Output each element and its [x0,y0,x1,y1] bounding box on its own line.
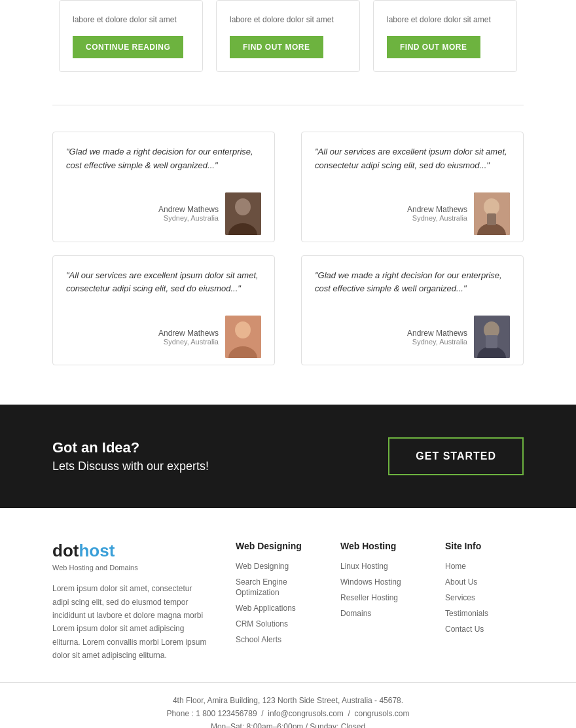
list-item: School Alerts [236,634,314,644]
testimonial-right-1-author: Andrew Mathews Sydney, Australia [315,192,510,235]
footer-link-contact-us[interactable]: Contact Us [445,625,484,634]
continue-reading-button[interactable]: CONTINUE READING [73,36,183,58]
cta-text: Got an Idea? Lets Discuss with our exper… [52,439,209,473]
testimonials-left-col: "Glad we made a right decision for our e… [52,132,275,365]
author-location-left-1: Sydney, Australia [158,214,219,222]
cta-heading: Got an Idea? [52,439,209,456]
footer-col-web-designing-links: Web Designing Search Engine Optimization… [236,560,314,644]
find-out-more-button-2[interactable]: FIND OUT MORE [387,36,480,58]
cards-section: labore et dolore dolor sit amet CONTINUE… [0,0,576,98]
footer-link-web-designing[interactable]: Web Designing [236,562,289,571]
find-out-more-button-1[interactable]: FIND OUT MORE [230,36,323,58]
list-item: Linux Hosting [340,560,419,571]
author-name-right-1: Andrew Mathews [407,205,467,214]
footer-col-web-designing-heading: Web Designing [236,541,314,551]
footer-link-services[interactable]: Services [445,593,475,602]
author-location-right-2: Sydney, Australia [407,338,467,346]
svg-rect-13 [486,335,497,348]
testimonial-right-2-text: "Glad we made a right decision for our e… [315,269,510,297]
testimonial-left-1-author: Andrew Mathews Sydney, Australia [66,192,261,235]
footer-link-linux-hosting[interactable]: Linux Hosting [340,562,388,571]
testimonial-left-1-text: "Glad we made a right decision for our e… [66,145,261,173]
footer-col-site-info-heading: Site Info [445,541,524,551]
footer-hours: Mon–Sat: 8:00am–6:00pm / Sunday: Closed [52,722,524,728]
list-item: Search Engine Optimization [236,576,314,597]
card-2-text: labore et dolore dolor sit amet [230,14,346,26]
footer-col-site-info-links: Home About Us Services Testimonials Cont… [445,560,524,634]
footer-bottom: 4th Floor, Amira Building, 123 North Sid… [0,682,576,728]
avatar-right-1 [474,192,510,235]
author-location-left-2: Sydney, Australia [158,338,219,346]
author-location-right-1: Sydney, Australia [407,214,467,222]
list-item: Services [445,592,524,602]
author-info-right-2: Andrew Mathews Sydney, Australia [407,329,467,346]
testimonial-right-1: "All our services are excellent ipsum do… [301,132,524,242]
author-name-left-2: Andrew Mathews [158,329,219,338]
phone-text: Phone : 1 800 123456789 [166,709,257,718]
svg-point-4 [235,321,251,338]
footer-contact: Phone : 1 800 123456789 / info@congrusol… [52,709,524,718]
footer-col-web-hosting-links: Linux Hosting Windows Hosting Reseller H… [340,560,419,618]
footer-tagline: Web Hosting and Domains [52,564,209,572]
footer-link-seo[interactable]: Search Engine Optimization [236,577,287,597]
footer-link-windows-hosting[interactable]: Windows Hosting [340,577,401,587]
author-info-left-2: Andrew Mathews Sydney, Australia [158,329,219,346]
footer-grid: dothost Web Hosting and Domains Lorem ip… [52,541,524,662]
svg-rect-9 [487,213,496,225]
testimonial-left-2: "All our services are excellent ipsum do… [52,255,275,366]
testimonial-right-2-author: Andrew Mathews Sydney, Australia [315,316,510,358]
footer-description: Lorem ipsum dolor sit amet, consectetur … [52,582,209,662]
card-3: labore et dolore dolor sit amet FIND OUT… [373,0,517,72]
logo-host: host [79,541,115,560]
list-item: Home [445,560,524,571]
svg-point-7 [484,198,499,215]
list-item: Reseller Hosting [340,592,419,602]
cards-row: labore et dolore dolor sit amet CONTINUE… [52,0,524,72]
footer-col-site-info: Site Info Home About Us Services Testimo… [445,541,524,662]
author-name-left-1: Andrew Mathews [158,205,219,214]
cta-subheading: Lets Discuss with our experts! [52,460,209,473]
get-started-button[interactable]: GET STARTED [388,437,524,475]
list-item: Web Applications [236,602,314,613]
website-text: congrusols.com [355,709,410,718]
list-item: Domains [340,608,419,618]
list-item: Testimonials [445,608,524,618]
testimonial-right-2: "Glad we made a right decision for our e… [301,255,524,366]
footer-link-crm[interactable]: CRM Solutions [236,619,288,628]
card-2: labore et dolore dolor sit amet FIND OUT… [216,0,360,72]
email-text: info@congrusols.com [268,709,344,718]
testimonial-right-1-text: "All our services are excellent ipsum do… [315,145,510,173]
footer-link-reseller-hosting[interactable]: Reseller Hosting [340,593,398,602]
list-item: Windows Hosting [340,576,419,587]
footer-address: 4th Floor, Amira Building, 123 North Sid… [52,696,524,705]
footer-logo: dothost [52,541,209,561]
footer-main: dothost Web Hosting and Domains Lorem ip… [0,508,576,682]
footer-link-web-apps[interactable]: Web Applications [236,604,296,613]
avatar-left-1 [225,192,261,235]
footer-link-home[interactable]: Home [445,562,466,571]
list-item: CRM Solutions [236,618,314,628]
testimonial-left-2-text: "All our services are excellent ipsum do… [66,269,261,297]
testimonials-right-col: "All our services are excellent ipsum do… [301,132,524,365]
card-1-text: labore et dolore dolor sit amet [73,14,189,26]
svg-point-1 [235,198,251,215]
logo-dot: dot [52,541,79,560]
testimonial-left-1: "Glad we made a right decision for our e… [52,132,275,242]
card-3-text: labore et dolore dolor sit amet [387,14,503,26]
avatar-right-2 [474,316,510,358]
avatar-left-2 [225,316,261,358]
author-info-left-1: Andrew Mathews Sydney, Australia [158,205,219,222]
footer-link-testimonials[interactable]: Testimonials [445,609,488,618]
footer-link-domains[interactable]: Domains [340,609,371,618]
address-text: 4th Floor, Amira Building, 123 North Sid… [173,696,403,705]
footer-link-about-us[interactable]: About Us [445,577,477,587]
testimonials-section: "Glad we made a right decision for our e… [0,132,576,405]
footer-col-web-hosting-heading: Web Hosting [340,541,419,551]
author-name-right-2: Andrew Mathews [407,329,467,338]
list-item: About Us [445,576,524,587]
testimonial-left-2-author: Andrew Mathews Sydney, Australia [66,316,261,358]
footer-link-school-alerts[interactable]: School Alerts [236,635,281,644]
cta-section: Got an Idea? Lets Discuss with our exper… [0,405,576,508]
footer-brand: dothost Web Hosting and Domains Lorem ip… [52,541,209,662]
card-1: labore et dolore dolor sit amet CONTINUE… [59,0,203,72]
